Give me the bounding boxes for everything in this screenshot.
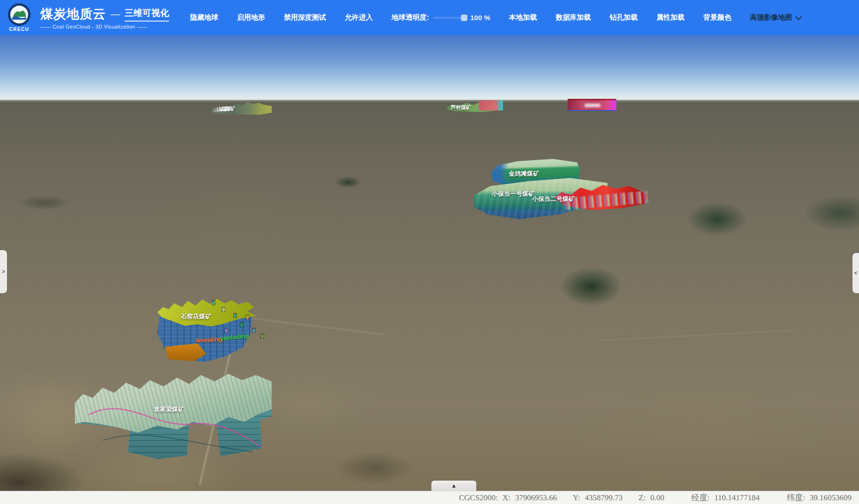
basemap-selector[interactable]: 高德影像地图 [750,13,801,22]
crecu-logo-icon [8,3,30,26]
transparency-slider[interactable] [433,15,467,21]
chevron-left-icon: < [854,270,857,276]
chevron-right-icon: > [2,268,5,275]
database-load-button[interactable]: 数据库加载 [556,13,591,22]
borehole-marker: g [240,322,244,327]
app-subtitle-en: —— Coal GeoCloud - 3D Visualization —— [40,24,177,30]
distant-mine-label: 山煤矿 [220,105,236,112]
right-panel-toggle[interactable]: < [852,253,859,293]
horizon-haze [0,98,859,102]
x-label: X: [503,493,511,503]
borehole-marker: g [233,313,237,318]
attribute-load-button[interactable]: 属性加载 [657,13,685,22]
borehole-marker: g [222,307,225,312]
transparency-value: 100 % [470,14,490,22]
borehole-marker: g [252,328,256,333]
hide-earth-button[interactable]: 隐藏地球 [190,13,218,22]
logo-caption: CRECU [9,27,29,32]
borehole-marker: g [212,300,215,305]
enable-terrain-button[interactable]: 启用地形 [237,13,265,22]
left-panel-toggle[interactable]: > [0,250,7,293]
x-value: 37906953.66 [515,493,557,503]
borehole-load-button[interactable]: 钻孔加载 [610,13,638,22]
jinjitan-label: 金鸡滩煤矿 [509,170,539,178]
borehole-marker: g [245,315,249,320]
basemap-label: 高德影像地图 [750,13,792,22]
shiyaodian-label: 石窑店煤矿 [181,312,211,321]
z-label: Z: [638,493,645,503]
illegible-label [585,104,600,107]
xiaobaodang1-label: 小保当一号煤矿 [492,190,534,198]
background-color-button[interactable]: 背景颜色 [703,13,732,22]
borehole-marker: g [224,328,228,333]
yuanjialiang-label: 袁家梁煤矿 [154,405,184,414]
y-label: Y: [573,493,580,503]
top-toolbar: CRECU 煤炭地质云 — 三维可视化 —— Coal GeoCloud - 3… [0,0,859,35]
lucun-mine-label: 芦村煤矿 [451,104,471,111]
chevron-down-icon [795,13,801,20]
latitude-label: 纬度: [787,492,805,503]
slider-thumb-handle[interactable] [461,15,467,21]
y-value: 4358799.73 [585,493,623,503]
allow-enter-button[interactable]: 允许进入 [345,13,373,22]
coordinate-status-bar: CGCS2000: X: 37906953.66 Y: 4358799.73 Z… [0,491,859,504]
earth-transparency-control: 地球透明度: 100 % [392,13,490,22]
distant-mine-model-magenta[interactable] [568,99,616,111]
borehole-marker: g [260,334,264,339]
terrain-ground [0,100,859,491]
transparency-label: 地球透明度: [392,13,429,22]
distant-mine-model-red[interactable] [479,100,503,111]
bottom-panel-toggle[interactable]: ▲ [431,481,476,491]
borehole-label-meiding: 4meiding [195,336,222,344]
disable-depth-test-button[interactable]: 禁用深度测试 [284,13,326,22]
sky [0,35,859,101]
app-subtitle-cn: 三维可视化 [125,7,169,22]
local-load-button[interactable]: 本地加载 [509,13,537,22]
latitude-value: 39.16053609 [810,493,852,503]
app-logo: CRECU [5,3,34,32]
crs-label: CGCS2000: [459,493,498,503]
app-brand: 煤炭地质云 — 三维可视化 —— Coal GeoCloud - 3D Visu… [40,6,177,30]
z-value: 0.00 [650,493,664,503]
xiaobaodang2-label: 小保当二号煤矿 [532,195,575,203]
globe-3d-viewport[interactable]: 山煤矿 芦村煤矿 金鸡滩煤矿 小保当一号煤矿 小保当二号煤矿 石窑店煤矿 4me… [0,35,859,491]
title-separator: — [111,9,120,20]
toolbar-menu: 隐藏地球 启用地形 禁用深度测试 允许进入 地球透明度: 100 % 本地加载 … [190,13,801,22]
triangle-up-icon: ▲ [451,482,457,489]
longitude-label: 经度: [691,492,710,503]
app-title: 煤炭地质云 [40,6,106,22]
longitude-value: 110.14177184 [714,493,760,503]
